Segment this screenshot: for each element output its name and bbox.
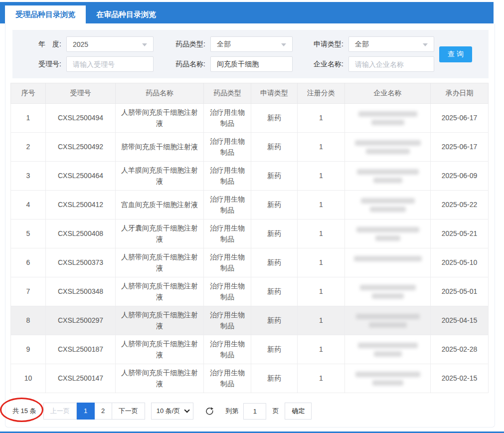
col-header-drug-name: 药品名称 — [116, 83, 204, 104]
company-redacted-blur — [350, 343, 425, 357]
drug-type-select[interactable]: 全部 — [210, 36, 293, 52]
cell-acceptance-no: CXSL2500492 — [46, 133, 116, 162]
year-select[interactable]: 2025 — [66, 36, 154, 52]
search-button[interactable]: 查 询 — [439, 46, 472, 62]
cell-date: 2025-06-17 — [431, 104, 489, 133]
acceptance-no-input[interactable] — [73, 60, 147, 68]
results-table: 序号 受理号 药品名称 药品类型 申请类型 注册分类 企业名称 承办日期 1 C… — [10, 83, 489, 393]
cell-acceptance-no: CXSL2500373 — [46, 248, 116, 277]
cell-index: 2 — [11, 133, 46, 162]
cell-drug-type: 治疗用生物制品 — [204, 335, 251, 364]
company-redacted-blur — [350, 140, 425, 154]
confirm-button[interactable]: 确定 — [285, 403, 312, 420]
table-row[interactable]: 1 CXSL2500494 人脐带间充质干细胞注射液 治疗用生物制品 新药 1 … — [11, 104, 489, 133]
drug-name-input[interactable] — [217, 60, 286, 68]
company-name-field-wrap — [348, 56, 434, 72]
tab-accepted-catalog[interactable]: 受理品种目录浏览 — [5, 5, 86, 23]
page-button-1[interactable]: 1 — [77, 403, 95, 420]
table-row[interactable]: 8 CXSL2500297 人脐带间充质干细胞注射液 治疗用生物制品 新药 1 … — [11, 306, 489, 335]
page-button-2[interactable]: 2 — [94, 403, 112, 420]
cell-reg-class: 1 — [298, 248, 345, 277]
cell-drug-type: 治疗用生物制品 — [204, 133, 251, 162]
company-name-input[interactable] — [355, 60, 428, 68]
prev-page-button[interactable]: 上一页 — [43, 403, 77, 420]
cell-date: 2025-02-28 — [431, 335, 489, 364]
content-panel: 年 度: 2025 药品类型: 全部 申请类型: 全部 查 询 受理号: — [5, 23, 495, 428]
table-row[interactable]: 4 CXSL2500412 宫血间充质干细胞注射液 治疗用生物制品 新药 1 2… — [11, 191, 489, 219]
cell-acceptance-no: CXSL2500408 — [46, 219, 116, 248]
cell-drug-name: 人脐带间充质干细胞注射液 — [116, 306, 204, 335]
table-row[interactable]: 3 CXSL2500464 人羊膜间充质干细胞注射液 治疗用生物制品 新药 1 … — [11, 162, 489, 191]
drug-name-field-wrap — [210, 56, 293, 72]
refresh-icon[interactable] — [204, 406, 215, 417]
cell-acceptance-no: CXSL2500412 — [46, 191, 116, 219]
table-row[interactable]: 9 CXSL2500187 人脐带间充质干细胞注射液 治疗用生物制品 新药 1 … — [11, 335, 489, 364]
cell-company — [345, 277, 431, 306]
cell-index: 9 — [11, 335, 46, 364]
page-numbers: 12 — [77, 403, 112, 420]
cell-index: 7 — [11, 277, 46, 306]
next-page-button[interactable]: 下一页 — [112, 403, 145, 420]
cell-apply-type: 新药 — [251, 219, 298, 248]
cell-drug-name: 人羊膜间充质干细胞注射液 — [116, 162, 204, 191]
cell-date: 2025-05-22 — [431, 191, 489, 219]
cell-reg-class: 1 — [298, 335, 345, 364]
cell-reg-class: 1 — [298, 277, 345, 306]
apply-type-select[interactable]: 全部 — [348, 36, 434, 52]
company-redacted-blur — [350, 256, 425, 270]
cell-index: 8 — [11, 306, 46, 335]
cell-apply-type: 新药 — [251, 335, 298, 364]
drug-type-select-value: 全部 — [217, 40, 231, 49]
cell-drug-type: 治疗用生物制品 — [204, 104, 251, 133]
table-row[interactable]: 5 CXSL2500408 人牙囊间充质干细胞注射液 治疗用生物制品 新药 1 … — [11, 219, 489, 248]
page-button-group: 上一页 12 下一页 — [43, 403, 145, 420]
cell-drug-name: 人脐带间充质干细胞注射液 — [116, 248, 204, 277]
cell-reg-class: 1 — [298, 219, 345, 248]
cell-acceptance-no: CXSL2500297 — [46, 306, 116, 335]
apply-type-label: 申请类型: — [298, 40, 343, 49]
cell-drug-name: 人脐带间充质干细胞注射液 — [116, 277, 204, 306]
col-header-company: 企业名称 — [345, 83, 431, 104]
cell-company — [345, 335, 431, 364]
company-redacted-blur — [350, 372, 425, 386]
cell-company — [345, 162, 431, 191]
chevron-down-icon — [281, 43, 286, 46]
year-select-value: 2025 — [73, 40, 88, 48]
table-row[interactable]: 6 CXSL2500373 人脐带间充质干细胞注射液 治疗用生物制品 新药 1 … — [11, 248, 489, 277]
search-form: 年 度: 2025 药品类型: 全部 申请类型: 全部 查 询 受理号: — [12, 30, 489, 78]
cell-apply-type: 新药 — [251, 191, 298, 219]
cell-index: 1 — [11, 104, 46, 133]
tab-under-review-catalog[interactable]: 在审品种目录浏览 — [86, 5, 167, 23]
total-count: 共 15 条 — [12, 407, 36, 416]
page-size-select[interactable]: 10 条/页 — [151, 403, 194, 420]
cell-date: 2025-05-10 — [431, 248, 489, 277]
table-row[interactable]: 2 CXSL2500492 脐带间充质干细胞注射液 治疗用生物制品 新药 1 2… — [11, 133, 489, 162]
cell-date: 2025-05-01 — [431, 277, 489, 306]
apply-type-select-value: 全部 — [355, 40, 369, 49]
company-redacted-blur — [350, 169, 425, 183]
col-header-index: 序号 — [11, 83, 46, 104]
cell-apply-type: 新药 — [251, 248, 298, 277]
goto-page-input[interactable] — [243, 403, 266, 420]
goto-page-label: 到第 — [225, 407, 238, 416]
cell-drug-type: 治疗用生物制品 — [204, 364, 251, 393]
tab-bar: 受理品种目录浏览 在审品种目录浏览 — [0, 2, 494, 23]
chevron-down-icon — [423, 43, 428, 46]
table-row[interactable]: 7 CXSL2500348 人脐带间充质干细胞注射液 治疗用生物制品 新药 1 … — [11, 277, 489, 306]
cell-drug-type: 治疗用生物制品 — [204, 248, 251, 277]
cell-drug-name: 人脐带间充质干细胞注射液 — [116, 104, 204, 133]
year-label: 年 度: — [21, 40, 61, 49]
acceptance-no-field-wrap — [66, 56, 154, 72]
cell-reg-class: 1 — [298, 133, 345, 162]
cell-company — [345, 248, 431, 277]
pagination-bar: 共 15 条 上一页 12 下一页 10 条/页 到第 页 确定 — [11, 403, 495, 420]
cell-reg-class: 1 — [298, 162, 345, 191]
table-row[interactable]: 10 CXSL2500147 人脐带间充质干细胞注射液 治疗用生物制品 新药 1… — [11, 364, 489, 393]
cell-apply-type: 新药 — [251, 277, 298, 306]
cell-acceptance-no: CXSL2500464 — [46, 162, 116, 191]
cell-apply-type: 新药 — [251, 104, 298, 133]
cell-index: 5 — [11, 219, 46, 248]
col-header-date: 承办日期 — [431, 83, 489, 104]
cell-index: 6 — [11, 248, 46, 277]
cell-company — [345, 306, 431, 335]
